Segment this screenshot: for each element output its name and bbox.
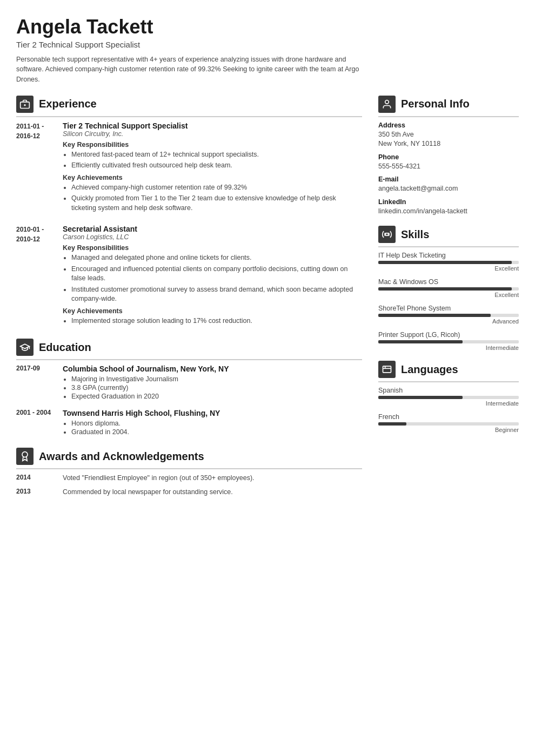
list-item: Implemented storage solution leading to … [71, 316, 362, 326]
address-block: Address 350 5th AveNew York, NY 10118 [378, 122, 519, 149]
skill-item-2: Mac & Windows OS Excellent [378, 278, 519, 298]
address-label: Address [378, 122, 519, 129]
edu-entry-2: 2001 - 2004 Townsend Harris High School,… [16, 409, 362, 437]
list-item: Mentored fast-paced team of 12+ technica… [71, 150, 362, 160]
experience-section-header: Experience [16, 96, 362, 117]
right-column: Personal Info Address 350 5th AveNew Yor… [378, 96, 519, 508]
left-column: Experience 2011-01 -2016-12 Tier 2 Techn… [16, 96, 362, 508]
resume-header: Angela Tackett Tier 2 Technical Support … [0, 0, 535, 96]
languages-section-header: Languages [378, 361, 519, 382]
phone-block: Phone 555-555-4321 [378, 153, 519, 172]
skill4-fill [378, 340, 463, 343]
skill-item-1: IT Help Desk Ticketing Excellent [378, 252, 519, 272]
languages-section: Languages Spanish Intermediate French Be… [378, 361, 519, 433]
list-item: Efficiently cultivated fresh outsourced … [71, 161, 362, 171]
address-value: 350 5th AveNew York, NY 10118 [378, 130, 519, 149]
skill4-name: Printer Support (LG, Ricoh) [378, 331, 519, 339]
list-item: Managed and delegated phone and online t… [71, 253, 362, 263]
list-item: Achieved company-high customer retention… [71, 183, 362, 193]
skill1-name: IT Help Desk Ticketing [378, 252, 519, 259]
edu2-school: Townsend Harris High School, Flushing, N… [63, 409, 220, 417]
exp1-ach-label: Key Achievements [63, 174, 362, 181]
phone-label: Phone [378, 153, 519, 161]
award2-year: 2013 [16, 488, 54, 497]
email-value: angela.tackett@gmail.com [378, 184, 519, 194]
exp2-content: Secretarial Assistant Carson Logistics, … [63, 225, 362, 328]
skills-title: Skills [401, 228, 429, 241]
skill-item-4: Printer Support (LG, Ricoh) Intermediate [378, 331, 519, 351]
skills-icon [378, 226, 396, 243]
award1-year: 2014 [16, 474, 54, 483]
list-item: Quickly promoted from Tier 1 to the Tier… [71, 194, 362, 213]
edu1-bullets: Majoring in Investigative Journalism 3.8… [63, 375, 229, 400]
award2-text: Commended by local newspaper for outstan… [63, 488, 233, 497]
edu2-bullets: Honors diploma. Graduated in 2004. [63, 420, 220, 436]
list-item: Graduated in 2004. [71, 428, 220, 436]
candidate-summary: Personable tech support representative w… [16, 55, 362, 85]
skill3-label: Advanced [378, 318, 519, 325]
list-item: Expected Graduation in 2020 [71, 393, 229, 400]
experience-entry-1: 2011-01 -2016-12 Tier 2 Technical Suppor… [16, 122, 362, 215]
exp2-achievements: Implemented storage solution leading to … [63, 316, 362, 326]
exp1-responsibilities: Mentored fast-paced team of 12+ technica… [63, 150, 362, 171]
personal-info-header: Personal Info [378, 96, 519, 117]
experience-icon [16, 96, 34, 113]
exp1-achievements: Achieved company-high customer retention… [63, 183, 362, 213]
skill3-name: ShoreTel Phone System [378, 305, 519, 312]
email-block: E-mail angela.tackett@gmail.com [378, 176, 519, 194]
exp1-company: Silicon Circuitry, Inc. [63, 130, 362, 138]
linkedin-block: LinkedIn linkedin.com/in/angela-tackett [378, 198, 519, 217]
exp2-date: 2010-01 -2010-12 [16, 225, 54, 328]
skill-item-3: ShoreTel Phone System Advanced [378, 305, 519, 325]
skill2-fill [378, 287, 512, 291]
main-layout: Experience 2011-01 -2016-12 Tier 2 Techn… [0, 96, 535, 524]
skill1-bar [378, 261, 519, 264]
edu2-content: Townsend Harris High School, Flushing, N… [63, 409, 220, 437]
skill2-bar [378, 287, 519, 291]
experience-section: Experience 2011-01 -2016-12 Tier 2 Techn… [16, 96, 362, 328]
education-section: Education 2017-09 Columbia School of Jou… [16, 339, 362, 437]
list-item: Encouraged and influenced potential clie… [71, 265, 362, 284]
svg-rect-6 [383, 367, 391, 373]
lang-item-1: Spanish Intermediate [378, 387, 519, 407]
lang1-name: Spanish [378, 387, 519, 394]
skills-section: Skills IT Help Desk Ticketing Excellent … [378, 226, 519, 351]
lang2-name: French [378, 413, 519, 421]
edu1-date: 2017-09 [16, 364, 54, 401]
lang2-label: Beginner [378, 427, 519, 433]
exp2-title: Secretarial Assistant [63, 225, 362, 233]
experience-title: Experience [39, 98, 97, 110]
edu2-date: 2001 - 2004 [16, 409, 54, 437]
languages-title: Languages [401, 363, 458, 376]
exp1-title: Tier 2 Technical Support Specialist [63, 122, 362, 130]
personal-info-title: Personal Info [401, 98, 470, 110]
skill1-fill [378, 261, 512, 264]
svg-point-3 [22, 452, 28, 457]
exp2-responsibilities: Managed and delegated phone and online t… [63, 253, 362, 304]
lang-item-2: French Beginner [378, 413, 519, 433]
skill4-label: Intermediate [378, 345, 519, 351]
lang2-fill [378, 422, 406, 426]
education-icon [16, 339, 34, 356]
lang1-fill [378, 396, 463, 399]
skill1-label: Excellent [378, 265, 519, 272]
exp1-date: 2011-01 -2016-12 [16, 122, 54, 215]
exp2-company: Carson Logistics, LLC [63, 233, 362, 241]
linkedin-value: linkedin.com/in/angela-tackett [378, 207, 519, 217]
skills-section-header: Skills [378, 226, 519, 247]
list-item: Honors diploma. [71, 420, 220, 427]
skill3-bar [378, 314, 519, 317]
lang1-bar [378, 396, 519, 399]
experience-entry-2: 2010-01 -2010-12 Secretarial Assistant C… [16, 225, 362, 328]
personal-info-icon [378, 96, 396, 113]
award-entry-1: 2014 Voted "Friendliest Employee" in reg… [16, 474, 362, 483]
list-item: 3.8 GPA (currently) [71, 384, 229, 392]
list-item: Majoring in Investigative Journalism [71, 375, 229, 383]
edu1-content: Columbia School of Journalism, New York,… [63, 364, 229, 401]
education-section-header: Education [16, 339, 362, 360]
exp1-content: Tier 2 Technical Support Specialist Sili… [63, 122, 362, 215]
award1-text: Voted "Friendliest Employee" in region (… [63, 474, 255, 483]
skill2-label: Excellent [378, 292, 519, 298]
exp2-ach-label: Key Achievements [63, 307, 362, 315]
phone-value: 555-555-4321 [378, 162, 519, 172]
